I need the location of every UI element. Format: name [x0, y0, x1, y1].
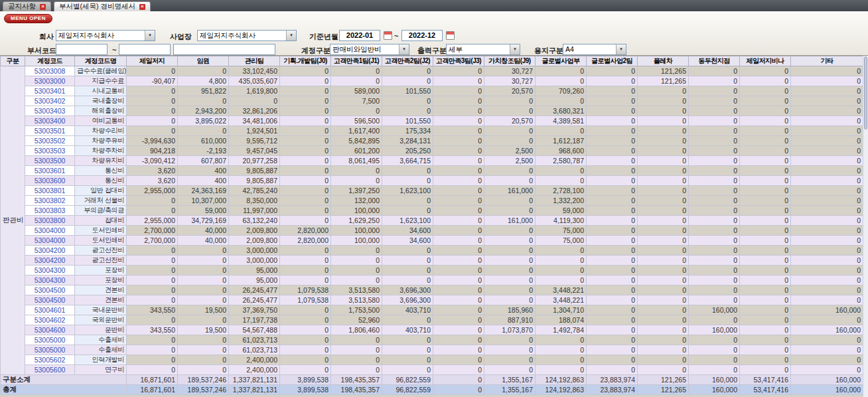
- cell-value[interactable]: 0: [740, 315, 791, 325]
- cell-value[interactable]: 0: [331, 276, 382, 285]
- cell-value[interactable]: 0: [484, 256, 536, 266]
- cell-value[interactable]: 0: [689, 365, 740, 375]
- cell-account-code[interactable]: 53005000: [25, 345, 75, 355]
- cell-account-name[interactable]: 포장비: [75, 266, 127, 276]
- cell-value[interactable]: 0: [433, 126, 484, 136]
- cell-value[interactable]: 0: [433, 166, 484, 176]
- cell-value[interactable]: 0: [689, 106, 740, 116]
- cell-value[interactable]: 0: [484, 106, 536, 116]
- cell-account-code[interactable]: 53003802: [25, 196, 75, 206]
- cell-value[interactable]: 3,000,000: [229, 256, 280, 266]
- cell-value[interactable]: 2,700,000: [127, 236, 178, 246]
- cell-value[interactable]: 0: [587, 226, 638, 236]
- cell-value[interactable]: 0: [178, 335, 229, 345]
- cell-value[interactable]: 0: [280, 305, 331, 315]
- cell-value[interactable]: 0: [433, 385, 484, 395]
- cell-value[interactable]: 101,550: [382, 116, 433, 126]
- cell-value[interactable]: 0: [280, 216, 331, 226]
- cell-value[interactable]: 0: [587, 166, 638, 176]
- cell-value[interactable]: 0: [587, 196, 638, 206]
- cell-account-name[interactable]: 인력개발비: [75, 355, 127, 365]
- cell-value[interactable]: 0: [536, 126, 587, 136]
- cell-value[interactable]: 26,245,477: [229, 285, 280, 295]
- cell-value[interactable]: 887,910: [484, 315, 536, 325]
- cell-value[interactable]: 0: [638, 216, 689, 226]
- cell-value[interactable]: 100,000: [331, 226, 382, 236]
- cell-value[interactable]: 0: [638, 156, 689, 166]
- cell-value[interactable]: 0: [740, 66, 791, 76]
- cell-account-name[interactable]: 지급수수료: [75, 76, 127, 86]
- cell-value[interactable]: 435,035,607: [229, 76, 280, 86]
- cell-account-name[interactable]: 수출제비: [75, 335, 127, 345]
- cell-value[interactable]: 0: [382, 66, 433, 76]
- cell-value[interactable]: 0: [433, 106, 484, 116]
- menu-open-button[interactable]: MENU OPEN: [4, 14, 52, 23]
- cell-value[interactable]: 0: [689, 355, 740, 365]
- cell-value[interactable]: 0: [587, 276, 638, 285]
- cell-value[interactable]: 0: [484, 236, 536, 246]
- cell-value[interactable]: 0: [638, 106, 689, 116]
- cell-account-code[interactable]: 53004601: [25, 305, 75, 315]
- cell-value[interactable]: 0: [638, 166, 689, 176]
- cell-value[interactable]: 0: [638, 345, 689, 355]
- cell-account-name[interactable]: 포장비: [75, 276, 127, 285]
- cell-value[interactable]: 8,350,000: [229, 196, 280, 206]
- cell-value[interactable]: 1,924,501: [229, 126, 280, 136]
- cell-value[interactable]: 0: [791, 226, 863, 236]
- cell-value[interactable]: 0: [433, 266, 484, 276]
- cell-value[interactable]: 607,807: [178, 156, 229, 166]
- cell-value[interactable]: 0: [280, 345, 331, 355]
- cell-value[interactable]: 19,500: [178, 305, 229, 315]
- cell-value[interactable]: 0: [127, 295, 178, 305]
- cell-value[interactable]: 161,000: [484, 216, 536, 226]
- cell-value[interactable]: 61,023,713: [229, 335, 280, 345]
- cell-value[interactable]: 160,000: [689, 385, 740, 395]
- cell-account-name[interactable]: 시내교통비: [75, 86, 127, 96]
- cell-value[interactable]: 0: [433, 196, 484, 206]
- cell-value[interactable]: 1,492,784: [536, 325, 587, 335]
- cell-value[interactable]: 0: [433, 295, 484, 305]
- cell-value[interactable]: 0: [433, 355, 484, 365]
- cell-value[interactable]: 0: [740, 106, 791, 116]
- cell-value[interactable]: 0: [740, 146, 791, 156]
- cell-value[interactable]: 100,000: [331, 206, 382, 216]
- cell-value[interactable]: 0: [433, 156, 484, 166]
- cell-value[interactable]: 0: [433, 116, 484, 126]
- cell-value[interactable]: 0: [127, 126, 178, 136]
- cell-value[interactable]: 0: [740, 305, 791, 315]
- cell-value[interactable]: 0: [689, 156, 740, 166]
- cell-value[interactable]: 0: [382, 206, 433, 216]
- cell-value[interactable]: 175,334: [382, 126, 433, 136]
- cell-value[interactable]: 1,073,870: [484, 325, 536, 335]
- cell-value[interactable]: 0: [433, 335, 484, 345]
- cell-value[interactable]: 0: [689, 176, 740, 186]
- cell-value[interactable]: 0: [382, 76, 433, 86]
- cell-account-code[interactable]: 53003503: [25, 146, 75, 156]
- cell-value[interactable]: 0: [280, 186, 331, 196]
- cell-value[interactable]: 0: [638, 325, 689, 335]
- cell-value[interactable]: 19,500: [178, 325, 229, 335]
- site-select[interactable]: 제일저지주식회사 ▼: [197, 30, 297, 41]
- cell-value[interactable]: 0: [791, 136, 863, 146]
- cell-account-code[interactable]: 53003501: [25, 126, 75, 136]
- cell-value[interactable]: 0: [740, 126, 791, 136]
- cell-value[interactable]: 1,079,538: [280, 285, 331, 295]
- cell-value[interactable]: 1,304,710: [536, 305, 587, 315]
- cell-value[interactable]: 0: [587, 136, 638, 146]
- cell-value[interactable]: 0: [587, 156, 638, 166]
- cell-value[interactable]: 2,009,800: [229, 226, 280, 236]
- cell-value[interactable]: 0: [484, 266, 536, 276]
- cell-value[interactable]: 26,245,477: [229, 295, 280, 305]
- cell-account-name[interactable]: 견본비: [75, 295, 127, 305]
- cell-value[interactable]: 0: [280, 325, 331, 335]
- cell-value[interactable]: 0: [587, 106, 638, 116]
- cell-value[interactable]: 0: [638, 196, 689, 206]
- cell-value[interactable]: 0: [791, 236, 863, 246]
- cell-value[interactable]: 96,822,559: [382, 385, 433, 395]
- tab-expense-report[interactable]: 부서별(세목) 경비명세서 ×: [54, 1, 151, 11]
- cell-value[interactable]: 0: [587, 176, 638, 186]
- cell-value[interactable]: 10,307,000: [178, 196, 229, 206]
- cell-value[interactable]: 0: [536, 345, 587, 355]
- cell-value[interactable]: 0: [791, 365, 863, 375]
- cell-value[interactable]: 0: [638, 86, 689, 96]
